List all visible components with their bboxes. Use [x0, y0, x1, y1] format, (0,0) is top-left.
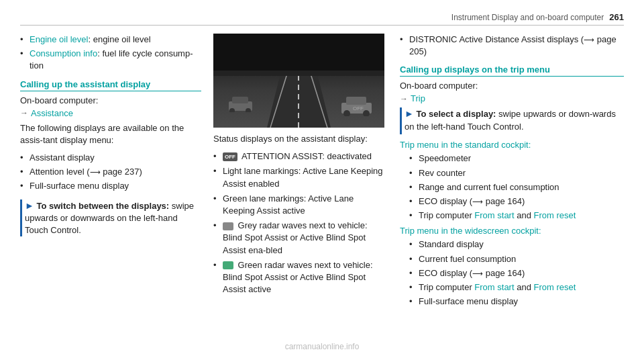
- trip-wide-0: Standard display: [409, 238, 624, 251]
- svg-text:OFF: OFF: [353, 105, 364, 111]
- assistant-screenshot: OFF: [213, 34, 384, 128]
- onboard-label-right: On-board computer:: [400, 81, 624, 91]
- assist-label[interactable]: Assistance: [31, 108, 73, 118]
- engine-oil-link[interactable]: Engine oil level: [30, 34, 88, 44]
- off-badge: OFF: [223, 152, 237, 161]
- from-reset-link-2[interactable]: From reset: [533, 282, 576, 292]
- arrow-blue-icon: ►: [25, 200, 34, 211]
- status-text-3: Grey radar waves next to vehicle: Blind …: [223, 220, 368, 255]
- svg-marker-0: [267, 74, 331, 128]
- submenu-item-1: Attention level (⟶ page 237): [20, 166, 201, 178]
- radar-badge-green: [223, 261, 233, 269]
- radar-badge-grey: [223, 222, 233, 230]
- svg-rect-5: [213, 71, 384, 76]
- select-display-text: ► To select a display: swipe upwards or …: [405, 107, 624, 133]
- trip-widescreen-list: Standard display Current fuel consumptio…: [400, 238, 624, 308]
- assist-arrow-icon: →: [20, 108, 28, 118]
- col-right: DISTRONIC Active Distance Assist display…: [400, 34, 624, 312]
- trip-wide-2: ECO display (⟶ page 164): [409, 267, 624, 279]
- top-bullets: Engine oil level: engine oil level Consu…: [20, 34, 201, 73]
- trip-standard-list: Speedometer Rev counter Range and curren…: [400, 152, 624, 222]
- page-container: Instrument Display and on-board computer…: [0, 0, 644, 358]
- status-item-2: Green lane markings: Active Lane Keeping…: [213, 193, 388, 217]
- assistant-note: The following displays are available on …: [20, 122, 201, 146]
- inline-arrow-distronic: ⟶: [584, 36, 594, 44]
- switch-displays-bold: To switch between the displays:: [36, 201, 169, 211]
- svg-rect-7: [232, 97, 248, 103]
- trip-std-0: Speedometer: [409, 152, 624, 165]
- section-heading-assistant: Calling up the assistant display: [20, 79, 201, 91]
- main-content: Engine oil level: engine oil level Consu…: [20, 34, 624, 312]
- status-item-0: OFF ATTENTION ASSIST: deactivated: [213, 150, 388, 163]
- inline-arrow-1: ⟶: [90, 168, 101, 176]
- trip-std-4: Trip computer From start and From reset: [409, 210, 624, 222]
- trip-menu-item: → Trip: [400, 93, 624, 103]
- switch-displays-text: ► To switch between the displays: swipe …: [25, 199, 201, 237]
- trip-std-2: Range and current fuel consumption: [409, 181, 624, 193]
- onboard-label-left: On-board computer:: [20, 95, 201, 105]
- col-middle: OFF Status displays on the assistant dis…: [213, 34, 388, 312]
- watermark: carmanualonline.info: [285, 342, 360, 351]
- from-start-link-2[interactable]: From start: [474, 282, 514, 292]
- trip-wide-1: Current fuel consumption: [409, 253, 624, 265]
- submenu-list: Assistant display Attention level (⟶ pag…: [20, 152, 201, 193]
- consumption-link[interactable]: Consumption info: [30, 48, 97, 58]
- car-left: [225, 93, 256, 114]
- trip-arrow-icon: →: [400, 94, 408, 103]
- svg-rect-11: [346, 97, 366, 105]
- status-caption: Status displays on the assistant display…: [213, 133, 388, 145]
- trip-wide-4: Full-surface menu display: [409, 296, 624, 308]
- status-text-4: Green radar waves next to vehicle: Blind…: [223, 260, 373, 294]
- inline-arrow-eco2: ⟶: [472, 269, 483, 277]
- select-display-bold: To select a display:: [416, 109, 496, 119]
- arrow-blue-right: ►: [405, 108, 414, 119]
- status-item-4: Green radar waves next to vehicle: Blind…: [213, 259, 388, 296]
- switch-displays-note: ► To switch between the displays: swipe …: [20, 199, 201, 237]
- select-display-note: ► To select a display: swipe upwards or …: [400, 107, 624, 134]
- from-start-link-1[interactable]: From start: [474, 210, 514, 220]
- trip-widescreen-heading: Trip menu in the widescreen cockpit:: [400, 226, 624, 236]
- trip-std-3: ECO display (⟶ page 164): [409, 195, 624, 208]
- trip-standard-heading: Trip menu in the standard cockpit:: [400, 140, 624, 150]
- status-item-1: Light lane markings: Active Lane Keeping…: [213, 165, 388, 189]
- status-text-2: Green lane markings: Active Lane Keeping…: [223, 193, 354, 216]
- status-text-0: ATTENTION ASSIST: deactivated: [239, 151, 372, 161]
- header-line: Instrument Display and on-board computer…: [20, 12, 624, 26]
- assist-menu-item: → Assistance: [20, 108, 201, 118]
- svg-rect-4: [213, 34, 384, 74]
- trip-std-1: Rev counter: [409, 167, 624, 179]
- engine-oil-text: : engine oil level: [88, 34, 150, 44]
- submenu-item-0: Assistant display: [20, 152, 201, 164]
- trip-label[interactable]: Trip: [411, 93, 425, 103]
- status-item-3: Grey radar waves next to vehicle: Blind …: [213, 220, 388, 257]
- distronic-bullet: DISTRONIC Active Distance Assist display…: [400, 34, 624, 58]
- col-left: Engine oil level: engine oil level Consu…: [20, 34, 201, 312]
- bullet-engine-oil: Engine oil level: engine oil level: [20, 34, 201, 46]
- from-reset-link-1[interactable]: From reset: [533, 210, 576, 220]
- blue-bar-right: [400, 107, 402, 134]
- bullet-consumption: Consumption info: fuel life cycle consum…: [20, 48, 201, 72]
- submenu-item-2: Full-surface menu display: [20, 180, 201, 192]
- header-page-num: 261: [609, 12, 624, 22]
- header-title: Instrument Display and on-board computer: [451, 13, 604, 22]
- inline-arrow-eco1: ⟶: [472, 197, 483, 206]
- status-list: OFF ATTENTION ASSIST: deactivated Light …: [213, 150, 388, 296]
- blue-bar: [20, 199, 22, 237]
- distronic-item: DISTRONIC Active Distance Assist display…: [400, 34, 624, 58]
- status-text-1: Light lane markings: Active Lane Keeping…: [223, 166, 383, 188]
- car-right: OFF: [338, 93, 375, 118]
- trip-wide-3: Trip computer From start and From reset: [409, 281, 624, 294]
- section-heading-trip: Calling up displays on the trip menu: [400, 64, 624, 77]
